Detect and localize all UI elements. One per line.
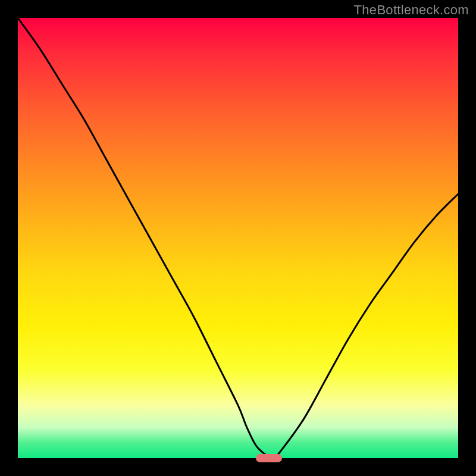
optimal-marker — [256, 454, 282, 462]
chart-stage: TheBottleneck.com — [0, 0, 476, 476]
bottleneck-curve — [18, 18, 458, 458]
curve-path — [18, 18, 458, 458]
plot-area — [18, 18, 458, 458]
watermark-text: TheBottleneck.com — [354, 2, 469, 18]
